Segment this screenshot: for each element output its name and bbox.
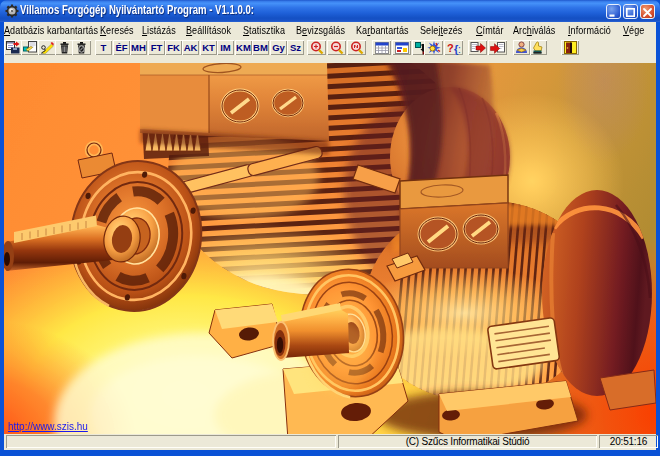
svg-text::: : [458,44,461,55]
svg-text:?: ? [447,42,454,54]
